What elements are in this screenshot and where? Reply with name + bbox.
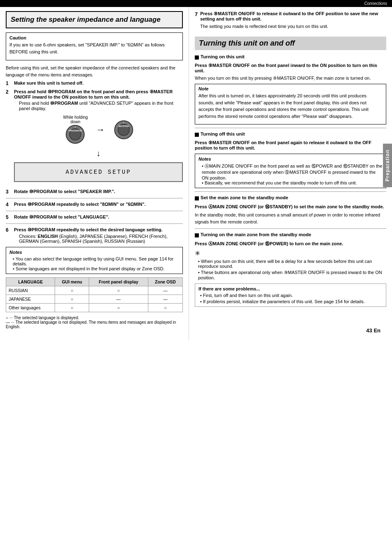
row-other-lang: Other languages bbox=[6, 304, 55, 312]
step-6: 6 Press ⑩PROGRAM repeatedly to select th… bbox=[6, 227, 183, 244]
turning-on-main-section: Turning on the main zone from the standb… bbox=[195, 232, 386, 307]
note-off-2: Basically, we recommend that you use the… bbox=[202, 180, 383, 185]
standby-heading-row: Set the main zone to the standby mode bbox=[195, 195, 386, 202]
left-column: Setting the speaker impedance and langua… bbox=[0, 7, 189, 339]
notes-title-left: Notes bbox=[9, 250, 179, 255]
standby-heading: Set the main zone to the standby mode bbox=[201, 195, 288, 200]
row-russian-lang: RUSSIAN bbox=[6, 286, 55, 295]
notes-box-off: Notes ⒶMAIN ZONE ON/OFF on the front pan… bbox=[195, 154, 386, 188]
right-column: 7 Press ⑨MASTER ON/OFF to release it out… bbox=[189, 7, 392, 339]
step-5-content: Rotate ⑩PROGRAM to select "LANGUAGE". bbox=[14, 214, 183, 220]
page-number: 43 En bbox=[195, 323, 386, 335]
bullet-square-3 bbox=[195, 196, 199, 200]
problems-title: If there are some problems... bbox=[198, 286, 383, 291]
row-russian-zone: — bbox=[148, 286, 182, 295]
bullet-square-4 bbox=[195, 233, 199, 237]
arrow-down: ↓ bbox=[14, 149, 183, 158]
problems-box: If there are some problems... • First, t… bbox=[195, 283, 386, 307]
tip-star-icon: ✳ bbox=[195, 250, 200, 257]
step-1-content: Make sure this unit is turned off. bbox=[14, 81, 183, 85]
caution-text: If you are to use 6-ohm speakers, set "S… bbox=[9, 41, 179, 55]
standby-section: Set the main zone to the standby mode Pr… bbox=[195, 195, 386, 225]
caution-title: Caution bbox=[9, 35, 179, 40]
standby-note: In the standby mode, this unit consumes … bbox=[195, 212, 386, 225]
page-container: Connections Preparation Setting the spea… bbox=[0, 0, 392, 555]
step-4-text: Press ⑩PROGRAM repeatedly to select "8ΩM… bbox=[14, 202, 146, 207]
turning-off-heading-row: Turning off this unit bbox=[195, 131, 386, 138]
bullet-square-1 bbox=[195, 55, 199, 60]
connections-label: Connections bbox=[364, 1, 387, 6]
col-gui: GUI menu bbox=[55, 278, 89, 286]
turning-off-instruction: Press ⑨MASTER ON/OFF on the front panel … bbox=[195, 140, 386, 150]
tip-1: • When you turn on this unit, there will… bbox=[198, 259, 386, 269]
legend-dash: — ··· The selected language is not displ… bbox=[6, 320, 183, 329]
step-2-num: 2 bbox=[6, 89, 12, 95]
turning-on-main-heading: Turning on the main zone from the standb… bbox=[201, 232, 311, 237]
step-5-text: Rotate ⑩PROGRAM to select "LANGUAGE". bbox=[14, 214, 109, 219]
step-5: 5 Rotate ⑩PROGRAM to select "LANGUAGE". bbox=[6, 214, 183, 220]
turning-on-section: Turning on this unit Press ⑨MASTER ON/OF… bbox=[195, 54, 386, 125]
step-7-content: Press ⑨MASTER ON/OFF to release it outwa… bbox=[200, 11, 386, 32]
step-1-text: Make sure this unit is turned off. bbox=[14, 81, 83, 85]
note-italic-box: Note After this unit is turned on, it ta… bbox=[195, 84, 386, 124]
row-japanese-gui: ○ bbox=[55, 295, 89, 304]
step-4: 4 Press ⑩PROGRAM repeatedly to select "8… bbox=[6, 202, 183, 207]
step-7-num: 7 bbox=[195, 11, 198, 17]
row-russian-front: ○ bbox=[89, 286, 148, 295]
step-2-content: Press and hold ⑩PROGRAM on the front pan… bbox=[14, 89, 183, 186]
col-zone-osd: Zone OSD bbox=[148, 278, 182, 286]
left-section-title-box: Setting the speaker impedance and langua… bbox=[6, 11, 183, 28]
turning-on-heading: Turning on this unit bbox=[201, 54, 244, 59]
table-row: RUSSIAN ○ ○ — bbox=[6, 286, 183, 295]
left-section-title: Setting the speaker impedance and langua… bbox=[11, 15, 178, 24]
knob-left-diagram: While holdingdown PROGRAM bbox=[63, 115, 88, 145]
row-other-zone: ○ bbox=[148, 304, 182, 312]
step-7-row: 7 Press ⑨MASTER ON/OFF to release it out… bbox=[195, 11, 386, 32]
step-6-text: Press ⑩PROGRAM repeatedly to select the … bbox=[14, 227, 183, 233]
note-item-1: You can also select the language setting… bbox=[13, 256, 179, 266]
intro-text: Before using this unit, set the speaker … bbox=[6, 64, 183, 78]
step-6-num: 6 bbox=[6, 227, 12, 233]
svg-text:PROGRAM: PROGRAM bbox=[69, 129, 82, 132]
tip-2: • These buttons are operational only whe… bbox=[198, 270, 386, 280]
step-1: 1 Make sure this unit is turned off. bbox=[6, 81, 183, 86]
language-table: LANGUAGE GUI menu Front panel display Zo… bbox=[6, 277, 183, 312]
notes-list-left: You can also select the language setting… bbox=[9, 256, 179, 271]
step-3: 3 Rotate ⑩PROGRAM to select "SPEAKER IMP… bbox=[6, 189, 183, 195]
turning-on-main-heading-row: Turning on the main zone from the standb… bbox=[195, 232, 386, 239]
master-knob-svg: MASTER bbox=[113, 120, 134, 140]
svg-text:MASTER: MASTER bbox=[118, 125, 129, 127]
turning-off-heading: Turning off this unit bbox=[201, 131, 245, 136]
note-item-2: Some languages are not displayed in the … bbox=[13, 266, 179, 271]
turning-on-main-instruction: Press ⒶMAIN ZONE ON/OFF (or ⑮POWER) to t… bbox=[195, 241, 386, 247]
step-2-sub: Press and hold ⑩PROGRAM until "ADVANCED … bbox=[19, 101, 183, 111]
preparation-tab: Preparation bbox=[383, 144, 392, 187]
step-4-num: 4 bbox=[6, 202, 12, 207]
turning-on-instruction: Press ⑨MASTER ON/OFF on the front panel … bbox=[195, 63, 386, 73]
while-holding-label: While holdingdown bbox=[63, 115, 88, 124]
problem-1: • First, turn off and then turn on this … bbox=[200, 293, 383, 298]
step-2: 2 Press and hold ⑩PROGRAM on the front p… bbox=[6, 89, 183, 186]
tips-list: • When you turn on this unit, there will… bbox=[198, 259, 386, 280]
bullet-square-2 bbox=[195, 133, 199, 137]
notes-box-left: Notes You can also select the language s… bbox=[6, 247, 183, 274]
display-box: ADVANCED SETUP bbox=[14, 162, 183, 182]
table-row: Other languages ○ ○ ○ bbox=[6, 304, 183, 312]
col-front-panel: Front panel display bbox=[89, 278, 148, 286]
step-4-content: Press ⑩PROGRAM repeatedly to select "8ΩM… bbox=[14, 202, 183, 207]
step-5-num: 5 bbox=[6, 214, 12, 220]
row-russian-gui: ○ bbox=[55, 286, 89, 295]
top-bar: Connections bbox=[0, 0, 392, 7]
program-knob-svg: PROGRAM bbox=[65, 124, 85, 145]
step-3-text: Rotate ⑩PROGRAM to select "SPEAKER IMP."… bbox=[14, 189, 115, 194]
turning-off-section: Turning off this unit Press ⑨MASTER ON/O… bbox=[195, 131, 386, 188]
step-3-content: Rotate ⑩PROGRAM to select "SPEAKER IMP."… bbox=[14, 189, 183, 194]
turning-title: Turning this unit on and off bbox=[195, 37, 386, 50]
row-japanese-zone: — bbox=[148, 295, 182, 304]
row-other-front: ○ bbox=[89, 304, 148, 312]
content-area: Setting the speaker impedance and langua… bbox=[0, 7, 392, 339]
knob-right-diagram: MASTER bbox=[113, 120, 134, 140]
step-2-text: Press and hold ⑩PROGRAM on the front pan… bbox=[14, 89, 173, 99]
row-japanese-front: — bbox=[89, 295, 148, 304]
problem-2: • If problems persist, initialize the pa… bbox=[200, 299, 383, 304]
